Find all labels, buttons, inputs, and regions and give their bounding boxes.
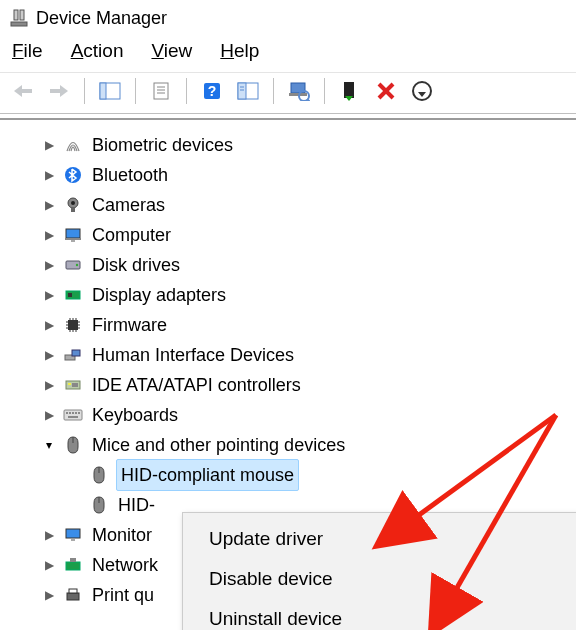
tree-node-biometric[interactable]: ▶ Biometric devices [18, 130, 576, 160]
update-driver-button[interactable] [282, 75, 316, 107]
expand-arrow-icon[interactable]: ▶ [40, 400, 58, 430]
scan-hardware-button[interactable] [405, 75, 439, 107]
mouse-icon [88, 464, 110, 486]
collapse-arrow-icon[interactable]: ▾ [40, 430, 58, 460]
menubar: File Action View Help [0, 36, 576, 72]
printer-icon [62, 584, 84, 606]
tree-node-display[interactable]: ▶ Display adapters [18, 280, 576, 310]
expand-arrow-icon[interactable]: ▶ [40, 520, 58, 550]
back-button[interactable] [6, 75, 40, 107]
svg-rect-36 [68, 320, 78, 330]
svg-rect-60 [68, 416, 78, 418]
svg-line-20 [307, 99, 310, 101]
expand-arrow-icon[interactable]: ▶ [40, 580, 58, 610]
camera-icon [62, 194, 84, 216]
svg-rect-54 [64, 410, 82, 420]
toolbar-sep [186, 78, 187, 104]
svg-rect-31 [71, 240, 75, 242]
keyboard-icon [62, 404, 84, 426]
svg-rect-0 [11, 22, 27, 26]
uninstall-device-button[interactable] [369, 75, 403, 107]
expand-arrow-icon[interactable]: ▶ [40, 310, 58, 340]
svg-rect-21 [344, 82, 354, 98]
toolbar-sep [135, 78, 136, 104]
expand-arrow-icon[interactable]: ▶ [40, 340, 58, 370]
network-icon [62, 554, 84, 576]
menu-action[interactable]: Action [71, 40, 124, 62]
tree-node-label: HID-compliant mouse [116, 459, 299, 491]
titlebar: Device Manager [0, 0, 576, 36]
firmware-icon [62, 314, 84, 336]
menu-view[interactable]: View [151, 40, 192, 62]
svg-rect-59 [78, 412, 80, 414]
svg-rect-50 [72, 350, 80, 356]
properties-button[interactable] [144, 75, 178, 107]
ide-icon [62, 374, 84, 396]
ctx-uninstall-device[interactable]: Uninstall device [183, 599, 576, 630]
svg-rect-53 [72, 383, 78, 387]
window-title: Device Manager [36, 8, 167, 29]
toolbar-bottom-border [0, 118, 576, 126]
tree-node-keyboards[interactable]: ▶ Keyboards [18, 400, 576, 430]
tree-node-label: Display adapters [90, 280, 228, 310]
scan-button[interactable] [231, 75, 265, 107]
tree-node-hid-mouse-1[interactable]: HID-compliant mouse [18, 460, 576, 490]
tree-node-hid[interactable]: ▶ Human Interface Devices [18, 340, 576, 370]
menu-file[interactable]: File [12, 40, 43, 62]
expand-arrow-icon[interactable]: ▶ [40, 550, 58, 580]
svg-rect-28 [71, 208, 75, 212]
svg-rect-1 [14, 10, 18, 20]
svg-rect-57 [72, 412, 74, 414]
tree-node-label: Print qu [90, 580, 156, 610]
ctx-disable-device[interactable]: Disable device [183, 559, 576, 599]
tree-node-computer[interactable]: ▶ Computer [18, 220, 576, 250]
toolbar-sep [84, 78, 85, 104]
bluetooth-icon [62, 164, 84, 186]
tree-node-cameras[interactable]: ▶ Cameras [18, 190, 576, 220]
tree-node-label: Human Interface Devices [90, 340, 296, 370]
ctx-update-driver[interactable]: Update driver [183, 519, 576, 559]
svg-rect-4 [50, 89, 60, 93]
expand-arrow-icon[interactable]: ▶ [40, 280, 58, 310]
help-button[interactable]: ? [195, 75, 229, 107]
svg-rect-69 [69, 589, 77, 593]
svg-rect-55 [66, 412, 68, 414]
svg-rect-58 [75, 412, 77, 414]
expand-arrow-icon[interactable]: ▶ [40, 160, 58, 190]
tree-node-firmware[interactable]: ▶ Firmware [18, 310, 576, 340]
tree-node-label: HID- [116, 490, 157, 520]
disk-icon [62, 254, 84, 276]
svg-rect-66 [66, 562, 80, 570]
mouse-icon [88, 494, 110, 516]
context-menu: Update driver Disable device Uninstall d… [182, 512, 576, 630]
tree-node-label: Biometric devices [90, 130, 235, 160]
tree-node-mice[interactable]: ▾ Mice and other pointing devices [18, 430, 576, 460]
svg-point-27 [71, 201, 75, 205]
toolbar-sep [324, 78, 325, 104]
svg-rect-7 [154, 83, 168, 99]
expand-arrow-icon[interactable]: ▶ [40, 190, 58, 220]
fingerprint-icon [62, 134, 84, 156]
expand-arrow-icon[interactable]: ▶ [40, 220, 58, 250]
tree-node-label: IDE ATA/ATAPI controllers [90, 370, 303, 400]
tree-node-bluetooth[interactable]: ▶ Bluetooth [18, 160, 576, 190]
tree-node-diskdrives[interactable]: ▶ Disk drives [18, 250, 576, 280]
show-console-tree-button[interactable] [93, 75, 127, 107]
device-manager-icon [8, 7, 30, 29]
expand-arrow-icon[interactable]: ▶ [40, 250, 58, 280]
svg-point-24 [413, 82, 431, 100]
forward-button[interactable] [42, 75, 76, 107]
tree-node-label: Monitor [90, 520, 154, 550]
svg-rect-68 [67, 593, 79, 600]
toolbar-sep [273, 78, 274, 104]
menu-help[interactable]: Help [220, 40, 259, 62]
tree-node-ide[interactable]: ▶ IDE ATA/ATAPI controllers [18, 370, 576, 400]
svg-rect-18 [289, 93, 307, 96]
tree-node-label: Firmware [90, 310, 169, 340]
tree-node-label: Computer [90, 220, 173, 250]
enable-device-button[interactable] [333, 75, 367, 107]
expand-arrow-icon[interactable]: ▶ [40, 370, 58, 400]
svg-point-33 [76, 264, 78, 266]
expand-arrow-icon[interactable]: ▶ [40, 130, 58, 160]
svg-rect-3 [22, 89, 32, 93]
